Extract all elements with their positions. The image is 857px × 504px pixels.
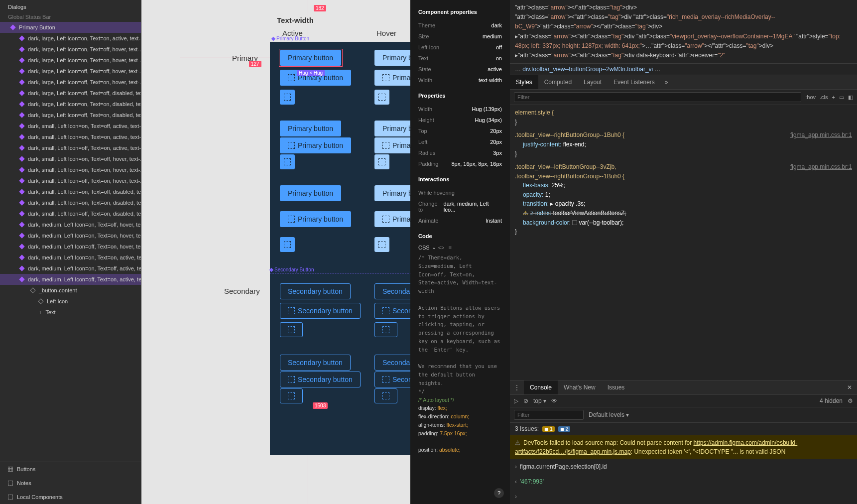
layer-variant[interactable]: dark, medium, Left Icon=on, Text=on, act…: [0, 252, 141, 263]
styles-filter-input[interactable]: [514, 92, 801, 102]
layer-variant[interactable]: dark, medium, Left Icon=on, Text=on, hov…: [0, 230, 141, 241]
primary-button[interactable]: Primary button: [280, 121, 341, 136]
layer-child-text[interactable]: T Text: [0, 307, 141, 318]
page-buttons[interactable]: Buttons: [0, 462, 141, 476]
layer-variant[interactable]: dark, large, Left Icon=on, Text=off, hov…: [0, 44, 141, 55]
layer-variant[interactable]: dark, large, Left Icon=on, Text=on, disa…: [0, 99, 141, 110]
issues-summary[interactable]: 3 Issues: ◼ 1 ◼ 2: [510, 423, 857, 435]
layer-variant[interactable]: dark, small, Left Icon=off, Text=on, hov…: [0, 175, 141, 186]
layer-variant[interactable]: dark, small, Left Icon=on, Text=on, disa…: [0, 197, 141, 208]
console-prompt[interactable]: ›: [510, 489, 857, 504]
code-icon[interactable]: <>: [438, 245, 445, 251]
layer-section-statusbar[interactable]: Global Status Bar: [0, 12, 141, 22]
drawer-menu[interactable]: ⋮: [510, 381, 524, 394]
primary-button-large-icon-only[interactable]: [280, 237, 295, 252]
device-icon[interactable]: ▭: [839, 94, 844, 101]
tab-event-listeners[interactable]: Event Listeners: [608, 75, 661, 89]
prop-row: Sizemedium: [418, 31, 502, 42]
primary-button-icon-only[interactable]: [280, 154, 295, 169]
layer-variant[interactable]: dark, large, Left Icon=off, Text=off, di…: [0, 88, 141, 99]
layer-label: dark, small, Left Icon=on, Text=off, act…: [28, 123, 141, 129]
tab-console[interactable]: Console: [524, 380, 558, 394]
layer-child-button-content[interactable]: _button-content: [0, 285, 141, 296]
tab-whats-new[interactable]: What's New: [558, 380, 602, 394]
primary-button-hover-icon-only[interactable]: [374, 90, 389, 105]
settings-icon[interactable]: ⚙: [848, 397, 853, 404]
secondary-button-icon-only[interactable]: [280, 388, 303, 403]
layers-list[interactable]: Dialogs Global Status Bar Primary Button…: [0, 0, 141, 462]
close-drawer[interactable]: ✕: [842, 381, 857, 394]
list-icon[interactable]: ≡: [448, 245, 451, 251]
dom-breadcrumb[interactable]: … div.toolbar_view--buttonGroup--2wM3n.t…: [510, 64, 857, 75]
page-icon: [8, 495, 13, 500]
layer-variant[interactable]: dark, large, Left Icon=off, Text=on, hov…: [0, 77, 141, 88]
layer-variant[interactable]: dark, large, Left Icon=off, Text=on, dis…: [0, 110, 141, 121]
tab-layout[interactable]: Layout: [578, 75, 608, 89]
layer-variant[interactable]: dark, small, Left Icon=on, Text=on, acti…: [0, 131, 141, 142]
primary-button[interactable]: Primary button: [280, 50, 341, 66]
row-label-secondary: Secondary: [224, 287, 260, 295]
layer-variant[interactable]: dark, small, Left Icon=on, Text=off, hov…: [0, 153, 141, 164]
primary-button-icon[interactable]: Primary button: [280, 137, 351, 153]
toggle-sidebar-icon[interactable]: ◧: [848, 94, 853, 101]
code-lang-select[interactable]: CSS⌄ <>≡: [418, 244, 502, 251]
page-local-components[interactable]: Local Components: [0, 490, 141, 504]
layer-variant[interactable]: dark, large, Left Icon=off, Text=off, ho…: [0, 66, 141, 77]
layer-variant[interactable]: dark, medium, Left Icon=on, Text=off, ac…: [0, 263, 141, 274]
context-select[interactable]: top ▾: [533, 397, 546, 404]
layer-variant[interactable]: dark, small, Left Icon=on, Text=off, dis…: [0, 186, 141, 197]
cls-toggle[interactable]: .cls: [820, 94, 828, 100]
primary-button-large-icon[interactable]: Primary button: [280, 211, 351, 227]
layer-variant[interactable]: dark, small, Left Icon=on, Text=on, hove…: [0, 164, 141, 175]
placeholder-icon: [382, 216, 389, 223]
secondary-button-hover-icon-only[interactable]: [374, 388, 397, 403]
secondary-button[interactable]: Secondary button: [280, 355, 351, 371]
play-icon[interactable]: ▷: [514, 397, 518, 404]
more-tabs[interactable]: »: [661, 76, 672, 89]
secondary-button-icon[interactable]: Secondary button: [280, 372, 361, 387]
console-input-line: ›figma.currentPage.selection[0].id: [510, 459, 857, 474]
levels-select[interactable]: Default levels ▾: [589, 411, 629, 418]
primary-button-large[interactable]: Primary button: [280, 185, 341, 201]
prop-row: Padding8px, 16px, 8px, 16px: [418, 158, 502, 169]
clear-icon[interactable]: ⊘: [523, 397, 528, 404]
layer-variant[interactable]: dark, large, Left Icon=on, Text=on, hove…: [0, 55, 141, 66]
layer-variant[interactable]: dark, small, Left Icon=on, Text=off, act…: [0, 121, 141, 131]
tab-styles[interactable]: Styles: [510, 75, 538, 89]
placeholder-icon: [382, 392, 389, 399]
layer-group-primary-button[interactable]: Primary Button: [0, 22, 141, 33]
new-rule-button[interactable]: +: [832, 94, 835, 100]
placeholder-icon: [284, 158, 291, 165]
layer-label: dark, small, Left Icon=on, Text=on, acti…: [28, 134, 141, 140]
layer-label: dark, large, Left Icon=off, Text=on, dis…: [28, 112, 141, 118]
placeholder-icon: [378, 94, 385, 101]
layer-variant[interactable]: dark, medium, Left Icon=off, Text=on, ho…: [0, 241, 141, 252]
secondary-button-icon[interactable]: Secondary button: [280, 303, 361, 319]
layer-section-dialogs[interactable]: Dialogs: [0, 2, 141, 12]
secondary-button-hover-icon-only[interactable]: [374, 322, 397, 337]
layer-variant[interactable]: dark, small, Left Icon=off, Text=on, act…: [0, 142, 141, 153]
primary-button-hover-large-icon-only[interactable]: [374, 237, 389, 252]
console-filter-input[interactable]: [514, 410, 584, 420]
layer-variant[interactable]: dark, small, Left Icon=off, Text=on, dis…: [0, 208, 141, 219]
layer-variant[interactable]: dark, large, Left Icon=on, Text=on, acti…: [0, 33, 141, 44]
pages-list: Buttons Notes Local Components: [0, 462, 141, 504]
secondary-button-icon-only[interactable]: [280, 322, 303, 337]
section-code: Code: [418, 233, 502, 239]
secondary-button[interactable]: Secondary button: [280, 283, 351, 299]
styles-rules[interactable]: element.style {}figma_app.min.css.br:1.t…: [510, 105, 857, 380]
tab-issues[interactable]: Issues: [602, 380, 631, 394]
page-notes[interactable]: Notes: [0, 476, 141, 490]
help-button[interactable]: ?: [494, 488, 504, 498]
layer-variant-selected[interactable]: dark, medium, Left Icon=off, Text=on, ac…: [0, 274, 141, 285]
tab-computed[interactable]: Computed: [538, 75, 578, 89]
primary-button-hover-icon-only[interactable]: [374, 154, 389, 169]
primary-button-icon-only[interactable]: [280, 90, 295, 105]
dom-tree[interactable]: "attr">class="arrow"></"attr">class="tag…: [510, 0, 857, 64]
layer-label: dark, medium, Left Icon=on, Text=on, hov…: [28, 233, 141, 239]
hov-toggle[interactable]: :hov: [805, 94, 816, 100]
measure-bottom: 1503: [313, 402, 328, 409]
layer-variant[interactable]: dark, medium, Left Icon=on, Text=off, ho…: [0, 219, 141, 230]
eye-icon[interactable]: 👁: [551, 397, 557, 404]
layer-child-left-icon[interactable]: Left Icon: [0, 296, 141, 307]
